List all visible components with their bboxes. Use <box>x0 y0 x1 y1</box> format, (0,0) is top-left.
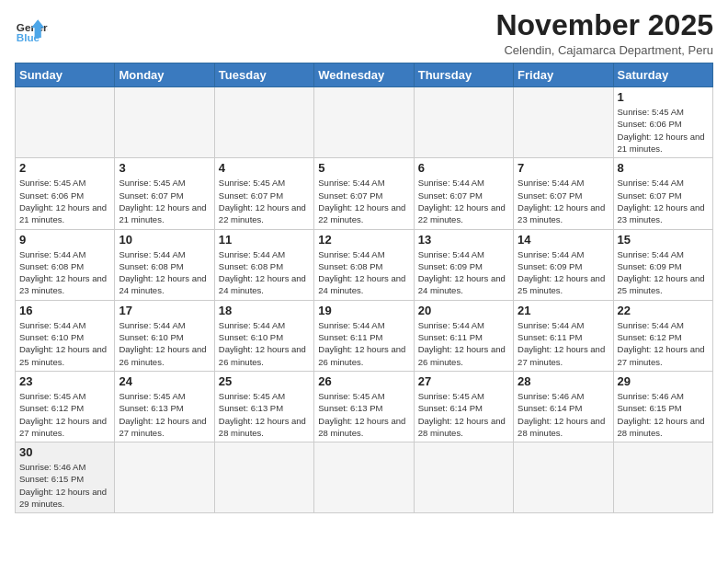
day-info: Sunrise: 5:45 AMSunset: 6:06 PMDaylight:… <box>19 177 110 225</box>
table-row <box>214 87 313 158</box>
day-info: Sunrise: 5:46 AMSunset: 6:15 PMDaylight:… <box>618 390 709 439</box>
table-row: 21Sunrise: 5:44 AMSunset: 6:11 PMDayligh… <box>514 300 613 371</box>
day-info: Sunrise: 5:44 AMSunset: 6:10 PMDaylight:… <box>219 319 310 368</box>
day-info: Sunrise: 5:44 AMSunset: 6:11 PMDaylight:… <box>418 319 509 368</box>
day-number: 8 <box>618 161 709 175</box>
day-info: Sunrise: 5:45 AMSunset: 6:07 PMDaylight:… <box>219 177 310 225</box>
table-row: 29Sunrise: 5:46 AMSunset: 6:15 PMDayligh… <box>613 371 712 442</box>
table-row: 8Sunrise: 5:44 AMSunset: 6:07 PMDaylight… <box>613 158 712 229</box>
day-info: Sunrise: 5:44 AMSunset: 6:11 PMDaylight:… <box>318 319 409 368</box>
day-number: 14 <box>518 233 609 247</box>
day-number: 23 <box>19 374 110 388</box>
table-row: 20Sunrise: 5:44 AMSunset: 6:11 PMDayligh… <box>414 300 513 371</box>
day-info: Sunrise: 5:45 AMSunset: 6:13 PMDaylight:… <box>219 390 310 439</box>
col-sunday: Sunday <box>16 63 115 87</box>
day-number: 29 <box>618 374 709 388</box>
day-info: Sunrise: 5:44 AMSunset: 6:07 PMDaylight:… <box>518 177 609 225</box>
day-info: Sunrise: 5:44 AMSunset: 6:10 PMDaylight:… <box>119 319 210 368</box>
day-info: Sunrise: 5:45 AMSunset: 6:13 PMDaylight:… <box>318 390 409 439</box>
table-row: 26Sunrise: 5:45 AMSunset: 6:13 PMDayligh… <box>314 371 414 442</box>
col-monday: Monday <box>115 63 214 87</box>
day-number: 1 <box>618 90 709 104</box>
table-row: 13Sunrise: 5:44 AMSunset: 6:09 PMDayligh… <box>414 229 513 300</box>
day-number: 11 <box>219 233 310 247</box>
table-row <box>115 87 214 158</box>
day-number: 7 <box>518 161 609 175</box>
col-friday: Friday <box>514 63 613 87</box>
table-row <box>514 87 613 158</box>
table-row <box>115 442 214 513</box>
table-row: 30Sunrise: 5:46 AMSunset: 6:15 PMDayligh… <box>16 442 115 513</box>
day-number: 30 <box>19 445 110 459</box>
table-row: 27Sunrise: 5:45 AMSunset: 6:14 PMDayligh… <box>414 371 513 442</box>
day-info: Sunrise: 5:44 AMSunset: 6:09 PMDaylight:… <box>618 248 709 297</box>
table-row: 25Sunrise: 5:45 AMSunset: 6:13 PMDayligh… <box>214 371 313 442</box>
day-info: Sunrise: 5:45 AMSunset: 6:13 PMDaylight:… <box>119 390 210 439</box>
day-info: Sunrise: 5:44 AMSunset: 6:08 PMDaylight:… <box>219 248 310 297</box>
table-row: 5Sunrise: 5:44 AMSunset: 6:07 PMDaylight… <box>314 158 414 229</box>
day-info: Sunrise: 5:44 AMSunset: 6:09 PMDaylight:… <box>518 248 609 297</box>
table-row: 23Sunrise: 5:45 AMSunset: 6:12 PMDayligh… <box>16 371 115 442</box>
day-info: Sunrise: 5:44 AMSunset: 6:09 PMDaylight:… <box>418 248 509 297</box>
day-number: 12 <box>318 233 409 247</box>
day-number: 4 <box>219 161 310 175</box>
day-number: 6 <box>418 161 509 175</box>
col-wednesday: Wednesday <box>314 63 414 87</box>
day-info: Sunrise: 5:44 AMSunset: 6:11 PMDaylight:… <box>518 319 609 368</box>
table-row: 4Sunrise: 5:45 AMSunset: 6:07 PMDaylight… <box>214 158 313 229</box>
col-thursday: Thursday <box>414 63 513 87</box>
subtitle: Celendin, Cajamarca Department, Peru <box>495 43 713 57</box>
day-number: 10 <box>119 233 210 247</box>
day-info: Sunrise: 5:44 AMSunset: 6:08 PMDaylight:… <box>318 248 409 297</box>
day-info: Sunrise: 5:45 AMSunset: 6:12 PMDaylight:… <box>19 390 110 439</box>
day-number: 20 <box>418 304 509 317</box>
day-number: 15 <box>618 233 709 247</box>
table-row: 24Sunrise: 5:45 AMSunset: 6:13 PMDayligh… <box>115 371 214 442</box>
table-row <box>314 87 414 158</box>
table-row: 9Sunrise: 5:44 AMSunset: 6:08 PMDaylight… <box>16 229 115 300</box>
day-number: 26 <box>318 374 409 388</box>
day-info: Sunrise: 5:44 AMSunset: 6:07 PMDaylight:… <box>618 177 709 225</box>
day-number: 5 <box>318 161 409 175</box>
table-row: 7Sunrise: 5:44 AMSunset: 6:07 PMDaylight… <box>514 158 613 229</box>
table-row: 3Sunrise: 5:45 AMSunset: 6:07 PMDaylight… <box>115 158 214 229</box>
day-number: 2 <box>19 161 110 175</box>
table-row: 22Sunrise: 5:44 AMSunset: 6:12 PMDayligh… <box>613 300 712 371</box>
logo: General Blue <box>15 13 48 46</box>
table-row <box>314 442 414 513</box>
day-info: Sunrise: 5:45 AMSunset: 6:07 PMDaylight:… <box>119 177 210 225</box>
day-info: Sunrise: 5:45 AMSunset: 6:06 PMDaylight:… <box>618 106 709 155</box>
table-row: 11Sunrise: 5:44 AMSunset: 6:08 PMDayligh… <box>214 229 313 300</box>
title-block: November 2025 Celendin, Cajamarca Depart… <box>495 9 713 57</box>
day-number: 13 <box>418 233 509 247</box>
day-number: 24 <box>119 374 210 388</box>
table-row: 19Sunrise: 5:44 AMSunset: 6:11 PMDayligh… <box>314 300 414 371</box>
month-title: November 2025 <box>495 9 713 41</box>
table-row: 28Sunrise: 5:46 AMSunset: 6:14 PMDayligh… <box>514 371 613 442</box>
col-tuesday: Tuesday <box>214 63 313 87</box>
day-info: Sunrise: 5:44 AMSunset: 6:10 PMDaylight:… <box>19 319 110 368</box>
table-row <box>613 442 712 513</box>
day-info: Sunrise: 5:46 AMSunset: 6:15 PMDaylight:… <box>19 461 110 510</box>
calendar: Sunday Monday Tuesday Wednesday Thursday… <box>15 63 713 513</box>
day-number: 21 <box>518 304 609 317</box>
day-info: Sunrise: 5:44 AMSunset: 6:07 PMDaylight:… <box>418 177 509 225</box>
table-row: 1Sunrise: 5:45 AMSunset: 6:06 PMDaylight… <box>613 87 712 158</box>
day-number: 9 <box>19 233 110 247</box>
day-number: 3 <box>119 161 210 175</box>
table-row: 12Sunrise: 5:44 AMSunset: 6:08 PMDayligh… <box>314 229 414 300</box>
table-row: 18Sunrise: 5:44 AMSunset: 6:10 PMDayligh… <box>214 300 313 371</box>
table-row: 10Sunrise: 5:44 AMSunset: 6:08 PMDayligh… <box>115 229 214 300</box>
day-number: 19 <box>318 304 409 317</box>
day-info: Sunrise: 5:44 AMSunset: 6:08 PMDaylight:… <box>119 248 210 297</box>
table-row <box>514 442 613 513</box>
day-number: 22 <box>618 304 709 317</box>
day-info: Sunrise: 5:46 AMSunset: 6:14 PMDaylight:… <box>518 390 609 439</box>
day-number: 28 <box>518 374 609 388</box>
table-row: 14Sunrise: 5:44 AMSunset: 6:09 PMDayligh… <box>514 229 613 300</box>
col-saturday: Saturday <box>613 63 712 87</box>
table-row: 15Sunrise: 5:44 AMSunset: 6:09 PMDayligh… <box>613 229 712 300</box>
day-number: 17 <box>119 304 210 317</box>
day-info: Sunrise: 5:45 AMSunset: 6:14 PMDaylight:… <box>418 390 509 439</box>
table-row: 2Sunrise: 5:45 AMSunset: 6:06 PMDaylight… <box>16 158 115 229</box>
